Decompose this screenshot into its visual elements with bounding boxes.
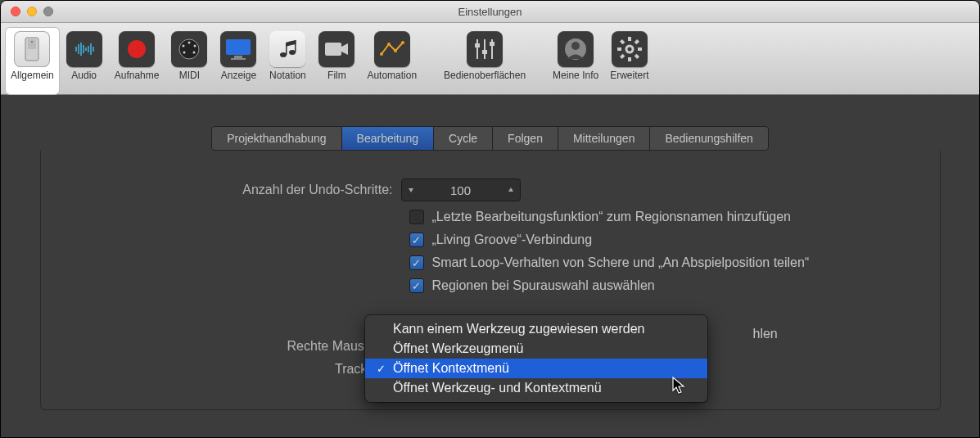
notation-icon	[269, 31, 305, 67]
svg-rect-47	[634, 54, 639, 59]
subtab-bearbeitung[interactable]: Bearbeitung	[342, 127, 435, 150]
subtab-bedienungshilfen[interactable]: Bedienungshilfen	[650, 127, 767, 150]
svg-rect-42	[617, 47, 621, 51]
tab-allgemein[interactable]: Allgemein	[6, 28, 59, 94]
undo-steps-value[interactable]: 100	[420, 183, 502, 197]
record-icon	[119, 31, 155, 67]
subtab-folgen[interactable]: Folgen	[493, 127, 558, 150]
svg-point-27	[380, 52, 383, 56]
midi-icon	[171, 31, 207, 67]
tab-bedienoberflaechen[interactable]: Bedienoberflächen	[423, 28, 546, 94]
svg-point-30	[401, 41, 404, 44]
svg-rect-36	[490, 42, 495, 46]
tab-midi[interactable]: MIDI	[165, 28, 213, 94]
menu-item-kontextmenue[interactable]: ✓Öffnet Kontextmenü	[365, 359, 707, 378]
waveform-icon	[66, 31, 102, 67]
stepper-up-icon[interactable]	[502, 179, 520, 201]
svg-point-38	[571, 42, 580, 50]
check-letzte-bearbeitung[interactable]: „Letzte Bearbeitungsfunktion“ zum Region…	[409, 210, 907, 224]
svg-rect-26	[325, 43, 341, 56]
subtab-cycle[interactable]: Cycle	[434, 127, 493, 150]
check-living-groove[interactable]: ✓ „Living Groove“-Verbindung	[409, 233, 907, 247]
svg-rect-45	[620, 54, 625, 59]
tab-meine-info[interactable]: Meine Info	[548, 28, 603, 94]
svg-point-17	[183, 52, 186, 54]
svg-point-12	[128, 40, 146, 58]
svg-point-39	[626, 46, 633, 52]
undo-steps-label: Anzahl der Undo-Schritte:	[74, 183, 401, 197]
svg-point-18	[193, 52, 196, 54]
svg-rect-35	[482, 50, 487, 54]
tab-automation[interactable]: Automation	[362, 28, 422, 94]
svg-rect-34	[475, 43, 480, 47]
rechte-maustaste-dropdown[interactable]: Kann einem Werkzeug zugewiesen werden Öf…	[365, 315, 707, 402]
svg-point-14	[188, 42, 191, 44]
user-icon	[558, 31, 594, 67]
svg-point-28	[387, 43, 391, 46]
menu-item-werkzeugmenue[interactable]: Öffnet Werkzeugmenü	[365, 339, 707, 359]
tab-anzeige[interactable]: Anzeige	[215, 28, 262, 94]
partial-text: hlen	[753, 327, 778, 341]
svg-rect-1	[28, 39, 36, 49]
svg-rect-43	[638, 47, 642, 51]
tab-aufnahme[interactable]: Aufnahme	[110, 28, 165, 94]
trackpad-label: Trackpad:	[74, 362, 401, 377]
tab-audio[interactable]: Audio	[61, 28, 108, 94]
menu-item-werkzeug-zuweisen[interactable]: Kann einem Werkzeug zugewiesen werden	[365, 319, 707, 339]
titlebar: Einstellungen	[1, 1, 979, 23]
toolbar: Allgemein Audio Aufnahme MIDI Anzeige	[1, 23, 979, 95]
gear-icon	[612, 31, 648, 67]
tab-erweitert[interactable]: Erweitert	[605, 28, 653, 94]
camera-icon	[318, 31, 355, 67]
svg-point-15	[183, 45, 185, 47]
checkbox-icon[interactable]: ✓	[409, 255, 424, 270]
subtab-projekthandhabung[interactable]: Projekthandhabung	[212, 127, 341, 150]
svg-rect-46	[620, 39, 625, 44]
menu-item-werkzeug-kontextmenue[interactable]: Öffnet Werkzeug- und Kontextmenü	[365, 378, 707, 398]
svg-rect-20	[234, 56, 242, 58]
checkbox-icon[interactable]: ✓	[409, 233, 424, 247]
automation-icon	[374, 31, 410, 67]
window-title: Einstellungen	[1, 6, 979, 18]
preferences-window: Einstellungen Allgemein Audio Aufnahme M…	[0, 0, 980, 438]
sliders-icon	[467, 31, 503, 67]
checkbox-icon[interactable]	[409, 210, 424, 224]
svg-rect-19	[226, 39, 251, 55]
svg-rect-44	[634, 39, 639, 44]
svg-point-22	[280, 52, 287, 57]
svg-rect-41	[628, 57, 631, 61]
rechte-maustaste-label: Rechte Maustaste	[74, 339, 401, 354]
svg-point-24	[289, 50, 296, 55]
subtab-bar: Projekthandhabung Bearbeitung Cycle Folg…	[211, 126, 769, 151]
check-smart-loop[interactable]: ✓ Smart Loop-Verhalten von Schere und „A…	[409, 255, 907, 270]
undo-steps-stepper[interactable]: 100	[401, 178, 521, 201]
tab-notation[interactable]: Notation	[264, 28, 311, 94]
stepper-down-icon[interactable]	[402, 179, 420, 201]
switch-icon	[14, 31, 50, 67]
checkbox-icon[interactable]: ✓	[409, 278, 424, 293]
tab-film[interactable]: Film	[313, 28, 360, 94]
svg-rect-21	[231, 58, 246, 60]
svg-point-29	[394, 49, 397, 52]
svg-point-2	[31, 41, 33, 43]
subtab-mitteilungen[interactable]: Mitteilungen	[558, 127, 651, 150]
check-regionen[interactable]: ✓ Regionen bei Spurauswahl auswählen	[409, 278, 907, 293]
svg-rect-40	[628, 37, 631, 41]
svg-point-16	[194, 45, 196, 47]
display-icon	[220, 31, 256, 67]
